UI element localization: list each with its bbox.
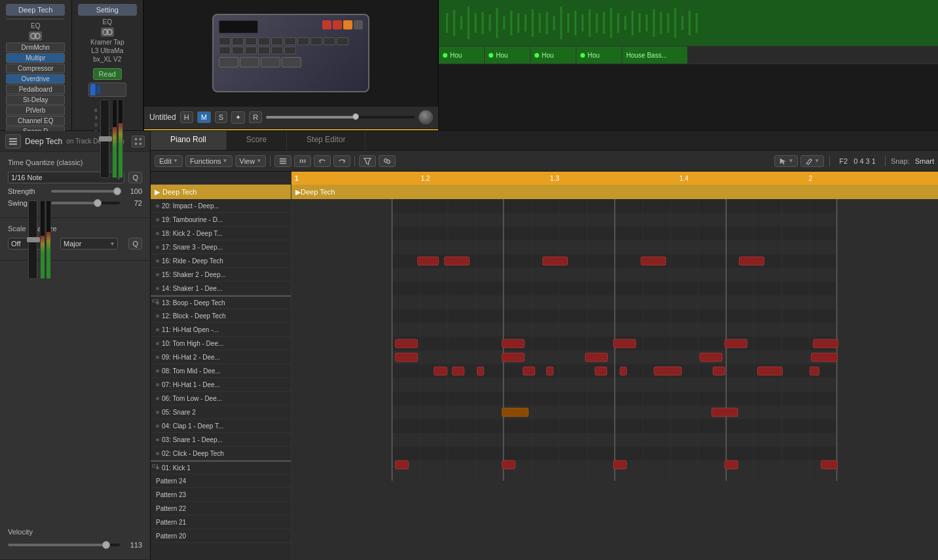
drum-item-17[interactable]: 17: Snare 3 - Deep... [151,240,291,254]
note-08-6[interactable] [595,367,607,375]
dm-btn-red-1[interactable] [322,20,331,29]
view-menu-btn[interactable]: View ▼ [235,155,267,167]
note-15-5[interactable] [740,257,764,265]
clip-hou-3[interactable]: Hou [531,47,576,64]
midi-btn[interactable] [294,155,311,167]
plugin-compressor[interactable]: Compressor [6,64,65,73]
dm-pad-13[interactable] [245,47,257,54]
track-btn-star[interactable]: ✦ [231,111,245,124]
pattern-20[interactable]: Pattern 20 [151,529,291,543]
note-09-1[interactable] [396,353,418,362]
drum-item-08[interactable]: 08: Tom Mid - Dee... [151,364,291,378]
dm-btn-orange[interactable] [343,20,352,29]
note-08-7[interactable] [620,367,627,375]
clip-hou-4[interactable]: Hou [576,47,622,64]
plugin-channel-eq[interactable]: Channel EQ [6,116,65,126]
track-btn-r[interactable]: R [249,111,262,123]
output-read-button[interactable]: Read [93,68,122,80]
note-01-3[interactable] [614,460,627,469]
dm-pad-9[interactable] [324,37,335,45]
link-btn[interactable] [379,155,396,167]
note-01-1[interactable] [396,460,409,469]
dm-pad-11[interactable] [219,47,231,54]
drum-item-14[interactable]: 14: Shaker 1 - Dee... [151,282,291,295]
plugin-multipr[interactable]: Multipr [6,53,65,63]
dm-pad-6[interactable] [284,37,296,45]
drum-item-20[interactable]: 20: Impact - Deep... [151,199,291,213]
drum-item-01[interactable]: C1 01: Kick 1 [151,460,291,474]
note-09-2[interactable] [502,353,525,362]
clip-hou-1[interactable]: Hou [439,47,485,64]
note-05-orange[interactable] [502,408,529,417]
note-05-red[interactable] [712,408,738,417]
note-08-9[interactable] [713,367,725,375]
note-09-4[interactable] [700,353,722,362]
drum-item-11[interactable]: 11: Hi-Hat Open -... [151,323,291,337]
scale-q-btn[interactable]: Q [128,238,142,250]
note-01-2[interactable] [502,460,516,469]
note-15-4[interactable] [641,257,666,265]
clip-house-bass[interactable]: House Bass... [622,47,688,64]
drum-item-15[interactable]: 15: Shaker 2 - Deep... [151,268,291,282]
drum-item-07[interactable]: 07: Hi-Hat 1 - Dee... [151,378,291,392]
note-08-2[interactable] [453,367,464,375]
tab-piano-roll[interactable]: Piano Roll [151,131,227,150]
velocity-slider[interactable] [8,544,120,546]
drum-item-16[interactable]: 16: Ride - Deep Tech [151,254,291,268]
volume-fader[interactable] [28,200,37,279]
drum-item-18[interactable]: 18: Kick 2 - Deep T... [151,227,291,240]
dm-pad-12[interactable] [232,47,244,54]
dm-pad-14[interactable] [258,47,270,54]
drum-item-19[interactable]: 19: Tambourine - D... [151,213,291,227]
note-08-8[interactable] [654,367,682,375]
pattern-22[interactable]: Pattern 22 [151,502,291,515]
clip-hou-2[interactable]: Hou [485,47,531,64]
strength-slider[interactable] [51,190,120,193]
dm-btn-gray[interactable] [354,20,363,29]
plugin-ptverb[interactable]: PtVerb [6,105,65,115]
volume-slider-thumb[interactable] [352,113,359,120]
swing-thumb[interactable] [94,199,102,207]
pattern-23[interactable]: Pattern 23 [151,488,291,502]
pencil-tool[interactable]: ▼ [800,155,824,167]
dm-ctrl-4[interactable] [282,57,301,67]
dm-pad-10[interactable] [337,37,348,45]
drum-item-05[interactable]: 05: Snare 2 [151,405,291,419]
scale-major-dropdown[interactable]: Major ▼ [60,238,118,250]
plugin-st-delay[interactable]: St-Delay [6,95,65,105]
arrow-tool[interactable]: ▼ [774,155,798,167]
note-08-3[interactable] [478,367,484,375]
dm-pad-8[interactable] [310,37,322,45]
functions-menu-btn[interactable]: Functions ▼ [185,155,233,167]
note-08-10[interactable] [758,367,783,375]
track-btn-s[interactable]: S [215,111,227,123]
fader-handle[interactable] [27,237,40,242]
drum-item-12[interactable]: 12: Block - Deep Tech [151,309,291,323]
drum-item-02[interactable]: 02: Click - Deep Tech [151,447,291,460]
dm-ctrl-2[interactable] [240,57,259,67]
drum-item-06[interactable]: 06: Tom Low - Dee... [151,392,291,405]
dm-pad-2[interactable] [232,37,244,45]
plugin-overdrive[interactable]: Overdrive [6,74,65,84]
dm-btn-red-2[interactable] [333,20,342,29]
undo-btn[interactable] [314,155,331,167]
note-15-3[interactable] [543,257,568,265]
note-15-2[interactable] [445,257,470,265]
output-fader-handle[interactable] [99,136,112,141]
list-view-btn[interactable] [274,155,291,167]
track-btn-m[interactable]: M [197,111,211,123]
redo-btn[interactable] [333,155,350,167]
plugin-pedalboard[interactable]: Pedalboard [6,84,65,94]
note-10-3[interactable] [614,339,636,348]
drum-item-09[interactable]: 09: Hi-Hat 2 - Dee... [151,350,291,364]
tab-step-editor[interactable]: Step Editor [287,131,366,150]
note-10-1[interactable] [396,339,418,348]
filter-btn[interactable] [359,155,376,167]
velocity-thumb[interactable] [102,541,110,549]
output-volume-fader[interactable] [100,100,109,178]
note-08-11[interactable] [810,367,819,375]
note-08-1[interactable] [434,367,447,375]
quantize-btn-1[interactable]: Q [128,172,142,183]
fn-list-icon[interactable] [5,134,21,149]
fn-settings-icon[interactable] [132,136,145,147]
